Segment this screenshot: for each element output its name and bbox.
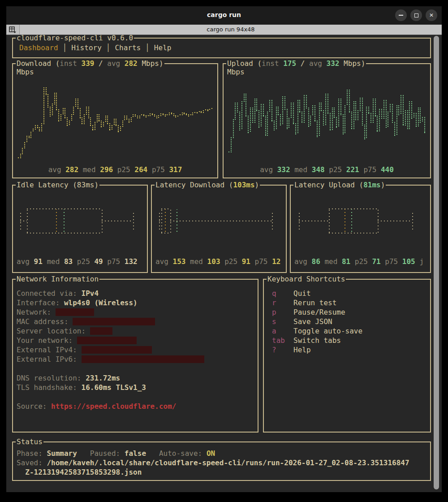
field-value: 16.60ms TLSv1_3 [82, 383, 146, 392]
text-segment: 83 [64, 257, 73, 266]
median-line [56, 209, 57, 232]
text-segment: 49 [94, 257, 103, 266]
text-segment: p25 [350, 257, 372, 266]
shortcut-action: Quit [293, 289, 311, 298]
shortcut-row: rRerun test [264, 298, 362, 307]
latency-upload-stats: avg 86 med 81 p25 71 p75 105 j [294, 257, 424, 266]
text-segment: Mbps) [138, 59, 164, 68]
text-segment: 175 [283, 59, 296, 68]
download-stats: avg 282 med 296 p25 264 p75 317 [13, 165, 217, 174]
boxplot-part [378, 221, 412, 221]
shortcut-row: ?Help [264, 345, 362, 355]
shortcut-key: p [264, 307, 293, 317]
tab-history[interactable]: History [71, 43, 101, 52]
shortcut-key: q [264, 289, 293, 298]
status-field-value: ON [207, 449, 215, 458]
terminal-tabbar: cargo run 94x48 [6, 25, 442, 35]
text-segment: 86 [312, 257, 320, 266]
text-segment: avg [48, 165, 66, 174]
text-segment: 282 [65, 165, 78, 174]
redacted-value [77, 337, 137, 344]
app-title: cloudflare-speed-cli v0.6.0 [16, 35, 134, 42]
latency-download-boxplot [155, 195, 282, 247]
status-field-label: Auto-save: [159, 449, 207, 458]
text-segment: avg [107, 59, 125, 68]
minimize-button[interactable] [395, 9, 407, 21]
shortcut-row: sSave JSON [264, 317, 362, 326]
app-header-panel: cloudflare-speed-cli v0.6.0 Dashboard│Hi… [12, 38, 431, 58]
tabs-menu-button[interactable] [6, 25, 20, 35]
network-info-rows: Connected via: IPv4Interface: wlp4s0 (Wi… [17, 289, 204, 411]
boxplot-part [299, 212, 300, 229]
field-label: DNS resolution: [17, 374, 86, 382]
status-field-value: false [125, 449, 146, 458]
tab-separator: │ [141, 43, 154, 52]
boxplot-part [272, 212, 273, 229]
scrollbar-thumb[interactable] [434, 36, 439, 489]
redacted-value [90, 327, 112, 335]
network-info-row: MAC address: [17, 317, 204, 326]
text-segment: 81 [342, 257, 350, 266]
terminal-content: cloudflare-speed-cli v0.6.0 Dashboard│Hi… [6, 35, 442, 492]
text-segment: p75 [147, 165, 169, 174]
download-ylabel: Mbps [17, 68, 34, 76]
redacted-value [82, 346, 152, 354]
text-segment: Mbps) [339, 59, 365, 68]
minimize-icon [399, 15, 403, 16]
text-segment: avg [155, 257, 173, 266]
text-segment: 153 [173, 257, 186, 266]
text-segment: 282 [125, 59, 138, 68]
boxplot-part [412, 212, 413, 229]
field-label: Your network: [17, 336, 77, 345]
text-segment: 339 [82, 59, 95, 68]
shortcut-row: pPause/Resume [264, 307, 362, 317]
text-segment: avg [309, 59, 327, 68]
upload-panel-title: Upload (inst 175 / avg 332 Mbps) [226, 59, 366, 68]
shortcut-row: aToggle auto-save [264, 326, 362, 336]
status-field-label: Phase: [17, 449, 47, 458]
field-value: wlp4s0 (Wireless) [64, 299, 138, 307]
source-url[interactable]: https://speed.cloudflare.com/ [51, 402, 176, 411]
tab-help[interactable]: Help [154, 43, 172, 52]
tab-charts[interactable]: Charts [115, 43, 141, 52]
status-field-label: Paused: [90, 449, 125, 458]
maximize-icon [414, 13, 418, 17]
field-value: IPv4 [82, 289, 99, 298]
boxplot-part [102, 208, 103, 233]
tab-dashboard[interactable]: Dashboard [19, 43, 58, 52]
boxplot-part [27, 233, 102, 234]
text-segment: med [320, 257, 342, 266]
text-segment: 317 [169, 165, 182, 174]
field-value: 231.72ms [86, 374, 120, 382]
saved-path: /home/kaveh/.local/share/cloudflare-spee… [47, 459, 409, 467]
average-line [351, 209, 352, 232]
text-segment: 71 [372, 257, 380, 266]
network-info-row: TLS handshake: 16.60ms TLSv1_3 [17, 383, 204, 392]
maximize-button[interactable] [410, 9, 422, 21]
text-segment: Idle Latency (83ms) [17, 181, 99, 189]
shortcut-action: Save JSON [293, 317, 332, 326]
field-label: Interface: [17, 299, 64, 307]
field-label: TLS handshake: [17, 383, 82, 392]
network-info-row: Connected via: IPv4 [17, 289, 204, 298]
average-line [64, 209, 65, 232]
shortcut-action: Toggle auto-save [293, 327, 362, 335]
shortcut-action: Rerun test [293, 299, 336, 307]
text-segment: p75 [250, 257, 272, 266]
field-label: Connected via: [17, 289, 82, 298]
shortcut-key: tab [264, 336, 293, 345]
terminal-tab-title[interactable]: cargo run 94x48 [20, 26, 442, 33]
window-controls: ✕ [395, 9, 437, 21]
text-segment: p25 [113, 165, 134, 174]
text-segment: ) [255, 181, 259, 189]
window-title: cargo run [6, 11, 442, 18]
text-segment: 332 [327, 59, 340, 68]
scrollbar[interactable] [434, 36, 439, 489]
network-info-row: DNS resolution: 231.72ms [17, 373, 204, 383]
text-segment: / [296, 59, 309, 68]
network-info-row: Server location: [17, 326, 204, 336]
latency-download-panel: Latency Download (103ms) avg 153 med 103… [151, 185, 287, 273]
latency-upload-panel-title: Latency Upload (81ms) [293, 181, 386, 189]
close-button[interactable]: ✕ [426, 9, 437, 21]
boxplot-part [170, 208, 171, 233]
